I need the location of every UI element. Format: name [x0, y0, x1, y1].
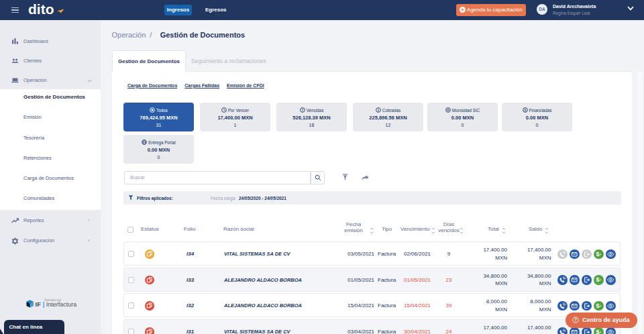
svg-text:$: $ — [596, 302, 600, 309]
svg-text:$: $ — [596, 251, 600, 258]
svg-text:$: $ — [596, 277, 600, 284]
svg-text:$: $ — [524, 108, 526, 112]
svg-text:$: $ — [596, 329, 600, 334]
svg-text:?: ? — [574, 317, 577, 322]
